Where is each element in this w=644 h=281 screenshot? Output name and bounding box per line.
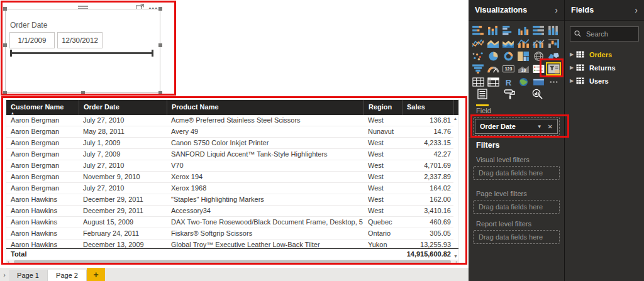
filter-dropzone[interactable]: Drag data fields here <box>473 230 560 244</box>
column-header-customer-name[interactable]: Customer Name▲ <box>6 100 79 115</box>
resize-handle[interactable] <box>158 91 162 95</box>
line-and-clustered-column-chart-icon[interactable] <box>532 38 545 48</box>
scatter-chart-icon[interactable] <box>472 51 485 62</box>
treemap-icon[interactable] <box>517 51 530 62</box>
table-row[interactable]: Aaron BergmanJuly 7, 2009SANFORD Liquid … <box>6 149 453 160</box>
table-horizontal-scrollbar[interactable]: ‹ › <box>6 260 458 264</box>
search-input[interactable] <box>585 30 629 38</box>
line-chart-icon[interactable] <box>472 38 485 48</box>
resize-handle[interactable] <box>158 43 162 47</box>
collapse-panel-icon[interactable]: › <box>635 6 638 14</box>
table-cell: Aaron Bergman <box>6 115 79 126</box>
table-row[interactable]: Aaron BergmanJuly 1, 2009Canon S750 Colo… <box>6 138 453 149</box>
analytics-pane-tab[interactable] <box>531 89 544 106</box>
format-pane-tab[interactable] <box>504 89 516 106</box>
field-table-item-orders[interactable]: ▶Orders <box>565 48 644 61</box>
100-stacked-column-chart-icon[interactable] <box>547 25 560 36</box>
kpi-icon[interactable]: 18 <box>517 63 530 74</box>
card-icon[interactable]: 123 <box>502 63 515 74</box>
arcgis-map-icon[interactable] <box>517 77 530 87</box>
more-visuals-icon[interactable] <box>547 77 560 87</box>
page-nav-chevron-icon[interactable]: › <box>0 268 9 281</box>
collapse-panel-icon[interactable]: › <box>555 6 558 14</box>
slider-left-handle[interactable] <box>10 50 12 57</box>
stacked-bar-chart-icon[interactable] <box>472 25 485 36</box>
page-tab-page-1[interactable]: Page 1 <box>9 270 48 281</box>
map-icon[interactable] <box>532 51 545 62</box>
scroll-up-icon[interactable]: ▲ <box>452 116 458 121</box>
fields-search-box[interactable] <box>570 26 639 41</box>
expand-chevron-icon[interactable]: ▶ <box>570 65 576 70</box>
funnel-icon[interactable] <box>472 63 485 74</box>
add-page-button[interactable]: + <box>87 268 105 281</box>
table-cell: Aaron Bergman <box>6 160 79 171</box>
table-row[interactable]: Aaron HawkinsAugust 15, 2009DAX Two-Tone… <box>6 217 453 228</box>
field-well-pill[interactable]: Order Date ▼ ✕ <box>475 119 558 134</box>
gauge-icon[interactable] <box>487 63 500 74</box>
area-chart-icon[interactable] <box>487 38 500 48</box>
table-icon[interactable] <box>472 77 485 87</box>
powerapps-visual-icon[interactable] <box>532 77 545 87</box>
date-range-slider[interactable] <box>10 52 153 54</box>
resize-handle[interactable] <box>158 7 162 11</box>
table-row[interactable]: Aaron HawkinsDecember 29, 2011Accessory3… <box>6 206 453 217</box>
expand-chevron-icon[interactable]: ▶ <box>570 52 576 57</box>
pie-chart-icon[interactable] <box>487 51 500 62</box>
r-script-visual-icon[interactable]: R <box>502 77 515 87</box>
column-header-region[interactable]: Region <box>364 100 402 115</box>
table-row[interactable]: Aaron HawkinsDecember 29, 2011"Staples" … <box>6 194 453 206</box>
filter-dropzone[interactable]: Drag data fields here <box>473 166 560 180</box>
filled-map-icon[interactable] <box>547 51 560 62</box>
slicer-start-date-input[interactable]: 1/1/2009 <box>9 32 55 48</box>
table-row[interactable]: Aaron BergmanJuly 27, 2010Xerox 1968West… <box>6 183 453 194</box>
table-row[interactable]: Aaron BergmanJuly 27, 2010Acme® Preferre… <box>6 115 453 126</box>
table-visual[interactable]: Customer Name▲Order DateProduct NameRegi… <box>6 99 459 263</box>
resize-handle[interactable] <box>3 7 7 11</box>
scroll-right-icon[interactable]: › <box>455 259 457 265</box>
line-and-stacked-column-chart-icon[interactable] <box>517 38 530 48</box>
remove-field-icon[interactable]: ✕ <box>548 123 553 130</box>
chevron-down-icon[interactable]: ▼ <box>537 124 542 129</box>
slider-right-handle[interactable] <box>152 50 153 57</box>
table-cell: Aaron Hawkins <box>6 240 79 248</box>
table-row[interactable]: Aaron HawkinsFebruary 24, 2011Fiskars® S… <box>6 228 453 240</box>
column-header-sales[interactable]: Sales <box>402 100 453 115</box>
table-cell: 2,337.89 <box>402 172 453 182</box>
stacked-column-chart-icon[interactable] <box>487 25 500 36</box>
clustered-bar-chart-icon[interactable] <box>502 25 515 36</box>
slicer-icon[interactable] <box>546 62 561 75</box>
filter-dropzone[interactable]: Drag data fields here <box>473 200 560 214</box>
field-table-item-users[interactable]: ▶Users <box>565 74 644 87</box>
field-pill-label: Order Date <box>480 123 537 130</box>
fields-pane-tab[interactable] <box>476 89 489 106</box>
donut-chart-icon[interactable] <box>502 51 515 62</box>
table-row[interactable]: Aaron BergmanJuly 27, 2010V70West4,701.6… <box>6 160 453 172</box>
expand-chevron-icon[interactable]: ▶ <box>570 78 576 84</box>
table-cell: July 27, 2010 <box>79 183 167 194</box>
resize-handle[interactable] <box>81 91 85 95</box>
table-cell: Aaron Hawkins <box>6 206 79 216</box>
column-header-product-name[interactable]: Product Name <box>167 100 364 115</box>
column-header-order-date[interactable]: Order Date <box>79 100 167 115</box>
table-row[interactable]: Aaron HawkinsDecember 13, 2009Global Tro… <box>6 240 453 248</box>
field-well-dropzone[interactable]: Order Date ▼ ✕ <box>473 117 560 136</box>
matrix-icon[interactable] <box>487 77 500 87</box>
multi-row-card-icon[interactable] <box>532 63 545 74</box>
field-table-item-returns[interactable]: ▶Returns <box>565 61 644 74</box>
table-row[interactable]: Aaron BergmanMay 28, 2011Avery 49Nunavut… <box>6 126 453 138</box>
stacked-area-chart-icon[interactable] <box>502 38 515 48</box>
date-slicer-visual[interactable]: ••• Order Date 1/1/2009 12/30/2012 <box>5 2 160 93</box>
resize-handle[interactable] <box>3 43 7 47</box>
table-row[interactable]: Aaron BergmanNovember 9, 2010Xerox 194We… <box>6 172 453 183</box>
waterfall-chart-icon[interactable] <box>547 38 560 48</box>
page-tab-strip: › Page 1Page 2+ <box>0 268 469 281</box>
table-cell: Aaron Hawkins <box>6 194 79 205</box>
clustered-column-chart-icon[interactable] <box>517 25 530 36</box>
table-vertical-scrollbar[interactable]: ▲ <box>452 115 458 248</box>
scroll-left-icon[interactable]: ‹ <box>8 259 9 265</box>
100-stacked-bar-chart-icon[interactable] <box>532 25 545 36</box>
slicer-end-date-input[interactable]: 12/30/2012 <box>57 32 103 48</box>
page-tab-page-2[interactable]: Page 2 <box>48 270 87 281</box>
scrollbar-thumb[interactable] <box>14 260 451 263</box>
resize-handle[interactable] <box>3 91 7 95</box>
